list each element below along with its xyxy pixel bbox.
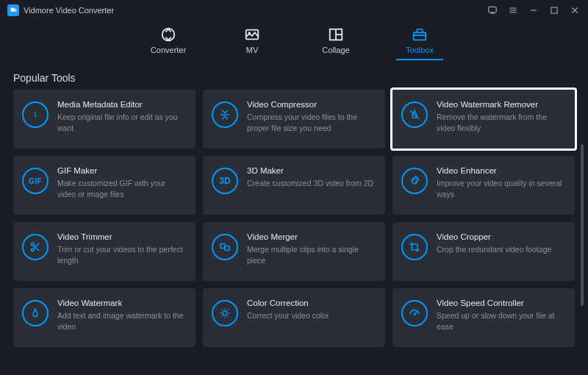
tool-desc: Compress your video files to the proper … bbox=[247, 112, 375, 133]
tool-video-enhancer[interactable]: Video Enhancer Improve your video qualit… bbox=[392, 156, 575, 215]
tool-text: Media Metadata Editor Keep original file… bbox=[57, 100, 185, 133]
tool-desc: Crop the redundant video footage bbox=[437, 244, 564, 255]
tool-title: 3D Maker bbox=[247, 166, 375, 175]
tool-video-merger[interactable]: Video Merger Merge multiple clips into a… bbox=[203, 222, 385, 281]
tool-text: GIF Maker Make customized GIF with your … bbox=[57, 166, 185, 199]
nav-mv[interactable]: MV bbox=[229, 26, 276, 60]
tool-title: Video Cropper bbox=[437, 232, 564, 241]
tool-3d-maker[interactable]: 3D 3D Maker Create customized 3D video f… bbox=[203, 156, 385, 215]
tool-desc: Merge multiple clips into a single piece bbox=[247, 244, 375, 265]
nav-toolbox[interactable]: Toolbox bbox=[396, 26, 443, 60]
tool-desc: Remove the watermark from the video flex… bbox=[437, 112, 564, 133]
tool-desc: Add text and image watermark to the vide… bbox=[57, 310, 185, 332]
collage-icon bbox=[328, 26, 344, 43]
nav-label: MV bbox=[246, 46, 259, 54]
svg-rect-27 bbox=[220, 244, 225, 249]
crop-icon bbox=[401, 234, 428, 260]
tool-desc: Make customized GIF with your video or i… bbox=[57, 178, 185, 199]
tools-grid: Media Metadata Editor Keep original file… bbox=[0, 90, 588, 360]
tool-text: Video Merger Merge multiple clips into a… bbox=[247, 232, 375, 265]
tool-video-trimmer[interactable]: Video Trimmer Trim or cut your videos to… bbox=[13, 222, 196, 281]
speed-icon bbox=[401, 300, 428, 326]
info-icon bbox=[22, 101, 49, 128]
content: Popular Tools Media Metadata Editor Keep… bbox=[0, 63, 588, 360]
tool-color-correction[interactable]: Color Correction Correct your video colo… bbox=[203, 288, 385, 347]
svg-point-39 bbox=[414, 314, 415, 315]
tool-desc: Create customized 3D video from 2D bbox=[247, 178, 375, 189]
nav-collage[interactable]: Collage bbox=[312, 26, 359, 60]
tool-video-cropper[interactable]: Video Cropper Crop the redundant video f… bbox=[392, 222, 575, 281]
tool-video-watermark[interactable]: Video Watermark Add text and image water… bbox=[13, 288, 196, 347]
enhancer-icon bbox=[401, 168, 428, 194]
tool-title: Media Metadata Editor bbox=[57, 100, 185, 109]
tool-desc: Improve your video quality in several wa… bbox=[437, 178, 564, 199]
svg-point-23 bbox=[31, 243, 34, 246]
scissors-icon bbox=[22, 234, 49, 260]
scrollbar[interactable] bbox=[581, 144, 584, 306]
nav-label: Collage bbox=[322, 46, 349, 54]
tool-text: Video Compressor Compress your video fil… bbox=[247, 100, 375, 133]
tool-title: Video Speed Controller bbox=[437, 299, 564, 307]
sun-icon bbox=[212, 300, 238, 326]
tool-media-metadata-editor[interactable]: Media Metadata Editor Keep original file… bbox=[13, 90, 196, 149]
tool-video-compressor[interactable]: Video Compressor Compress your video fil… bbox=[203, 90, 385, 149]
converter-icon bbox=[160, 26, 176, 43]
svg-rect-5 bbox=[551, 7, 557, 13]
tool-video-watermark-remover[interactable]: Video Watermark Remover Remove the water… bbox=[390, 88, 577, 151]
tool-title: Video Watermark bbox=[57, 299, 185, 307]
tool-text: Video Enhancer Improve your video qualit… bbox=[437, 166, 564, 199]
svg-point-8 bbox=[162, 29, 175, 41]
svg-point-21 bbox=[412, 179, 414, 181]
nav-label: Converter bbox=[151, 46, 186, 54]
tool-text: 3D Maker Create customized 3D video from… bbox=[247, 166, 375, 189]
tool-text: Color Correction Correct your video colo… bbox=[247, 299, 375, 321]
tool-title: GIF Maker bbox=[57, 166, 185, 175]
svg-line-37 bbox=[228, 310, 229, 310]
tool-text: Video Watermark Remover Remove the water… bbox=[437, 100, 564, 133]
nav-converter[interactable]: Converter bbox=[145, 26, 192, 60]
watermark-icon bbox=[22, 300, 49, 326]
svg-rect-28 bbox=[225, 246, 229, 251]
svg-point-29 bbox=[223, 311, 227, 315]
tool-desc: Speed up or slow down your file at ease bbox=[437, 310, 564, 332]
minimize-button[interactable] bbox=[528, 4, 539, 16]
watermark-remove-icon bbox=[401, 101, 428, 128]
comment-icon[interactable] bbox=[487, 4, 498, 16]
tool-desc: Keep original file info or edit as you w… bbox=[57, 112, 185, 133]
tool-text: Video Speed Controller Speed up or slow … bbox=[437, 299, 564, 332]
toolbox-icon bbox=[412, 26, 428, 43]
nav-label: Toolbox bbox=[406, 46, 434, 54]
tool-text: Video Trimmer Trim or cut your videos to… bbox=[57, 232, 185, 265]
svg-line-36 bbox=[221, 316, 222, 317]
gif-icon: GIF bbox=[22, 168, 49, 194]
merger-icon bbox=[212, 234, 238, 260]
3d-icon: 3D bbox=[212, 168, 238, 194]
app-logo-icon bbox=[7, 4, 19, 16]
tool-title: Video Compressor bbox=[247, 100, 375, 109]
maximize-button[interactable] bbox=[548, 4, 560, 16]
svg-line-35 bbox=[228, 316, 229, 317]
tool-gif-maker[interactable]: GIF GIF Maker Make customized GIF with y… bbox=[13, 156, 196, 215]
tool-title: Video Merger bbox=[247, 232, 375, 241]
svg-point-16 bbox=[35, 113, 36, 113]
titlebar-left: Vidmore Video Converter bbox=[7, 4, 114, 16]
tool-title: Video Trimmer bbox=[57, 232, 185, 241]
titlebar: Vidmore Video Converter bbox=[0, 0, 588, 21]
menu-icon[interactable] bbox=[507, 4, 519, 16]
svg-rect-14 bbox=[414, 32, 426, 40]
svg-point-22 bbox=[416, 182, 417, 183]
close-button[interactable] bbox=[569, 4, 581, 16]
svg-point-24 bbox=[31, 249, 34, 251]
tool-text: Video Cropper Crop the redundant video f… bbox=[437, 232, 564, 255]
top-nav: Converter MV Collage Toolbox bbox=[0, 21, 588, 63]
tool-desc: Trim or cut your videos to the perfect l… bbox=[57, 244, 185, 265]
section-title: Popular Tools bbox=[0, 63, 588, 90]
compress-icon bbox=[212, 101, 238, 128]
app-title: Vidmore Video Converter bbox=[24, 6, 114, 15]
tool-desc: Correct your video color bbox=[247, 310, 375, 321]
tool-title: Video Enhancer bbox=[437, 166, 564, 175]
tool-video-speed-controller[interactable]: Video Speed Controller Speed up or slow … bbox=[392, 288, 575, 347]
titlebar-controls bbox=[487, 4, 581, 16]
tool-title: Video Watermark Remover bbox=[437, 100, 564, 109]
mv-icon bbox=[244, 26, 260, 43]
